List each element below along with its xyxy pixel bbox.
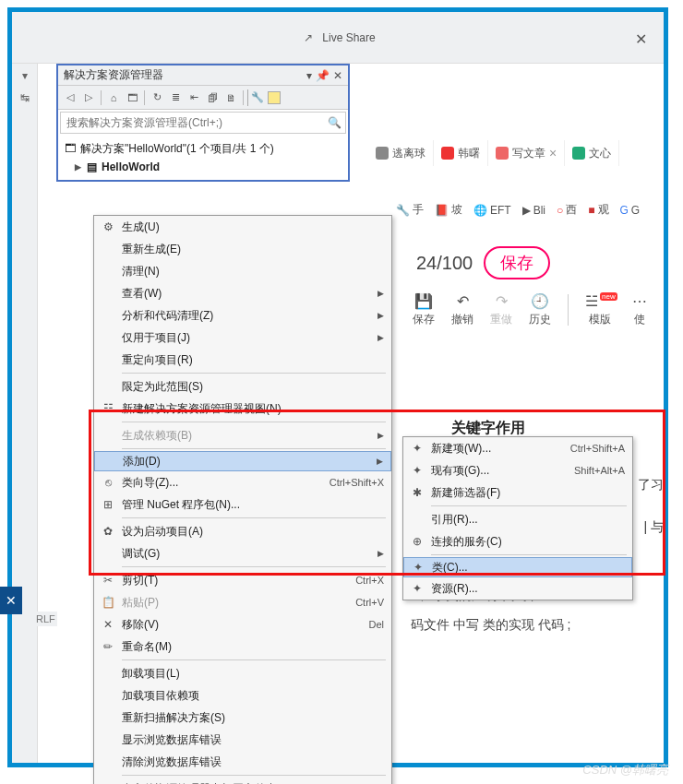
solution-search-box[interactable]: 🔍 bbox=[60, 112, 346, 134]
browser-tab[interactable]: 文心 bbox=[565, 140, 619, 166]
tab-label: 逃离球 bbox=[392, 146, 425, 161]
tab-label: 写文章 bbox=[512, 146, 545, 161]
submenu-item-label: 资源(R)... bbox=[427, 581, 625, 597]
bookmark-item[interactable]: ▶Bli bbox=[522, 204, 545, 217]
menu-item[interactable]: ⚙生成(U) bbox=[94, 216, 391, 238]
menu-item-label: 重定向项目(R) bbox=[118, 352, 384, 368]
submenu-item[interactable]: 引用(R)... bbox=[403, 508, 632, 530]
menu-item-label: 添加(D) bbox=[119, 454, 373, 469]
tool-icon: 💾 bbox=[414, 292, 433, 310]
editor-tool[interactable]: 💾保存 bbox=[413, 292, 435, 327]
menu-item[interactable]: ↻在文件资源管理器中打开文件夹(X) bbox=[94, 778, 391, 784]
project-node[interactable]: ▶ ▤ HelloWorld bbox=[64, 158, 342, 176]
nav-fwd-icon[interactable]: ▷ bbox=[80, 89, 97, 106]
sync-icon[interactable]: ↻ bbox=[149, 89, 165, 106]
tab-close-icon[interactable]: × bbox=[549, 146, 557, 160]
menu-item[interactable]: ✿设为启动项目(A) bbox=[94, 520, 391, 542]
browser-tab[interactable]: 韩曙 bbox=[434, 140, 488, 166]
wrench-icon[interactable]: 🔧 bbox=[247, 89, 264, 106]
editor-tool[interactable]: ☱new模版 bbox=[585, 292, 616, 327]
submenu-item[interactable]: ✦资源(R)... bbox=[403, 577, 632, 600]
nest-icon[interactable]: ≣ bbox=[167, 89, 184, 106]
solution-node[interactable]: 🗔 解决方案"HelloWorld"(1 个项目/共 1 个) bbox=[64, 139, 342, 158]
bookmark-item[interactable]: ○西 bbox=[557, 202, 577, 218]
copy-icon[interactable]: 🗐 bbox=[204, 89, 221, 106]
rail-dropdown-icon[interactable]: ▾ bbox=[17, 67, 33, 84]
bookmark-icon: G bbox=[620, 204, 629, 217]
menu-item[interactable]: 仅用于项目(J)▶ bbox=[94, 327, 391, 349]
menu-item[interactable]: ⎋类向导(Z)...Ctrl+Shift+X bbox=[94, 471, 391, 493]
panel-close-icon[interactable]: ✕ bbox=[333, 69, 342, 82]
menu-item-label: 剪切(T) bbox=[118, 573, 355, 588]
menu-item[interactable]: ⊞管理 NuGet 程序包(N)... bbox=[94, 493, 391, 516]
tab-label: 韩曙 bbox=[458, 146, 480, 161]
menu-item-shortcut: Del bbox=[368, 619, 384, 630]
menu-item[interactable]: 重新扫描解决方案(S) bbox=[94, 707, 391, 729]
nav-back-icon[interactable]: ◁ bbox=[62, 89, 78, 106]
menu-item: 📋粘贴(P)Ctrl+V bbox=[94, 591, 391, 613]
bookmark-label: EFT bbox=[490, 204, 511, 217]
editor-tool[interactable]: ↶撤销 bbox=[451, 292, 473, 327]
menu-item[interactable]: 清除浏览数据库错误 bbox=[94, 751, 391, 773]
save-button[interactable]: 保存 bbox=[484, 246, 550, 279]
menu-item[interactable]: 重新生成(E) bbox=[94, 238, 391, 260]
tool-icon: 🕘 bbox=[531, 292, 549, 310]
search-icon[interactable]: 🔍 bbox=[328, 116, 342, 129]
menu-item[interactable]: 限定为此范围(S) bbox=[94, 375, 391, 398]
menu-item[interactable]: 加载项目依赖项 bbox=[94, 684, 391, 707]
tool-icon: ⋯ bbox=[632, 292, 647, 310]
submenu-item[interactable]: ✱新建筛选器(F) bbox=[403, 481, 632, 504]
menu-item[interactable]: 查看(W)▶ bbox=[94, 282, 391, 304]
refresh-icon[interactable]: 🗔 bbox=[124, 89, 140, 106]
solution-icon: 🗔 bbox=[64, 142, 77, 155]
collapse-icon[interactable]: ⇤ bbox=[186, 89, 202, 106]
bookmark-label: 观 bbox=[598, 202, 609, 218]
browser-tab[interactable]: 写文章× bbox=[488, 140, 565, 166]
submenu-item[interactable]: ✦类(C)... bbox=[403, 557, 632, 577]
tool-icon: ↶ bbox=[457, 292, 469, 310]
menu-item-shortcut: Ctrl+X bbox=[355, 575, 384, 586]
menu-item[interactable]: ✂剪切(T)Ctrl+X bbox=[94, 569, 391, 591]
panel-pin-icon[interactable]: 📌 bbox=[316, 69, 330, 82]
bookmark-item[interactable]: GG bbox=[620, 204, 641, 217]
bookmark-item[interactable]: 🔧手 bbox=[396, 202, 424, 218]
menu-item-label: 新建解决方案资源管理器视图(N) bbox=[118, 401, 384, 417]
menu-item-label: 卸载项目(L) bbox=[118, 666, 384, 682]
bookmark-item[interactable]: ■观 bbox=[588, 202, 608, 218]
menu-item[interactable]: ✕移除(V)Del bbox=[94, 613, 391, 636]
submenu-arrow-icon: ▶ bbox=[377, 311, 384, 320]
menu-item[interactable]: 分析和代码清理(Z)▶ bbox=[94, 304, 391, 327]
bookmark-item[interactable]: 📕坡 bbox=[435, 202, 462, 218]
menu-item[interactable]: 调试(G)▶ bbox=[94, 542, 391, 564]
editor-tool[interactable]: 🕘历史 bbox=[529, 292, 551, 327]
browser-tab[interactable]: 逃离球 bbox=[368, 140, 434, 166]
bookmark-label: 手 bbox=[413, 202, 424, 218]
bookmark-icon: ▶ bbox=[522, 204, 531, 217]
close-icon[interactable]: ✕ bbox=[635, 30, 647, 48]
submenu-item[interactable]: ⊕连接的服务(C) bbox=[403, 530, 632, 552]
home-icon[interactable]: ⌂ bbox=[105, 89, 122, 106]
panel-dropdown-icon[interactable]: ▾ bbox=[306, 69, 312, 82]
editor-tool[interactable]: ⋯使 bbox=[632, 292, 647, 327]
submenu-item-icon: ✱ bbox=[407, 486, 427, 499]
body-text-2: 码文件 中写 类的实现 代码 ; bbox=[411, 617, 570, 634]
menu-item-label: 移除(V) bbox=[118, 617, 368, 633]
menu-item[interactable]: ✏重命名(M) bbox=[94, 636, 391, 658]
menu-item[interactable]: ☷新建解决方案资源管理器视图(N) bbox=[94, 398, 391, 420]
submenu-item[interactable]: ✦新建项(W)...Ctrl+Shift+A bbox=[403, 437, 632, 459]
menu-item[interactable]: 重定向项目(R) bbox=[94, 349, 391, 371]
bookmark-item[interactable]: 🌐EFT bbox=[473, 204, 511, 217]
solution-search-input[interactable] bbox=[65, 115, 328, 130]
vertical-tab-close-icon[interactable]: ✕ bbox=[0, 587, 22, 614]
menu-item[interactable]: 显示浏览数据库错误 bbox=[94, 729, 391, 751]
showall-icon[interactable]: 🗎 bbox=[222, 89, 239, 106]
menu-item[interactable]: 清理(N) bbox=[94, 260, 391, 282]
menu-item[interactable]: 添加(D)▶ bbox=[94, 451, 391, 471]
submenu-item-label: 连接的服务(C) bbox=[427, 534, 625, 550]
live-share-label[interactable]: Live Share bbox=[322, 31, 375, 44]
menu-item[interactable]: 卸载项目(L) bbox=[94, 662, 391, 684]
tab-label: 文心 bbox=[589, 146, 611, 161]
marker-icon[interactable] bbox=[268, 91, 281, 104]
rail-swap-icon[interactable]: ↹ bbox=[17, 89, 33, 106]
submenu-item[interactable]: ✦现有项(G)...Shift+Alt+A bbox=[403, 459, 632, 481]
